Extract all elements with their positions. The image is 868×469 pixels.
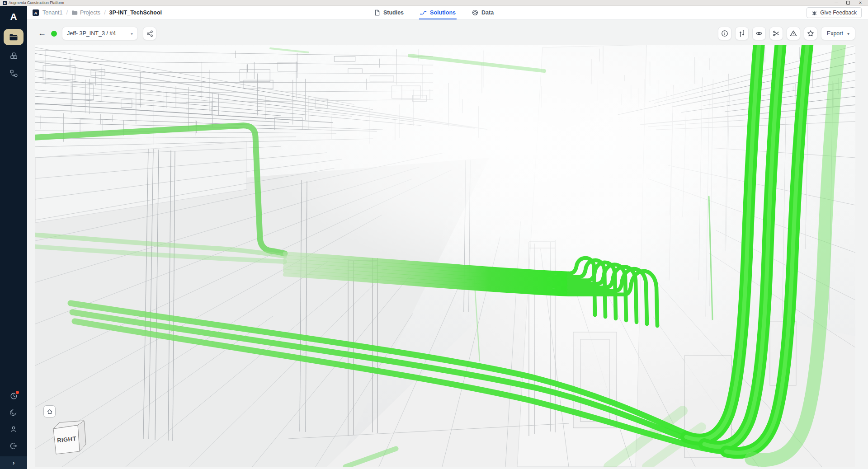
tab-studies-label: Studies (383, 9, 404, 16)
back-button[interactable]: ← (38, 29, 46, 38)
sidebar-item-workflow[interactable] (4, 66, 24, 80)
breadcrumb-separator: / (104, 9, 105, 16)
scissors-icon (773, 30, 780, 37)
model-scene[interactable] (35, 45, 855, 467)
status-dot (51, 31, 57, 37)
tab-solutions[interactable]: Solutions (419, 6, 457, 19)
visibility-button[interactable] (752, 27, 766, 40)
chevron-right-icon: › (13, 459, 15, 466)
breadcrumb-project-name: 3P-INT_TechSchool (109, 9, 162, 16)
solution-select[interactable]: Jeff- 3P_INT_3 / #4 ▾ (62, 27, 138, 40)
sidebar: A › (0, 6, 27, 469)
maximize-button[interactable] (846, 0, 850, 5)
sidebar-item-logout[interactable] (9, 441, 19, 451)
share-icon (146, 30, 153, 37)
3d-viewport[interactable]: RIGHT (35, 45, 855, 467)
export-label: Export (827, 30, 843, 37)
tab-studies[interactable]: Studies (373, 6, 405, 19)
data-icon (472, 9, 478, 16)
toolbar-right: Export ▾ (718, 27, 855, 40)
sidebar-item-blocks[interactable] (4, 48, 24, 63)
notification-badge (15, 390, 20, 395)
warnings-button[interactable] (787, 27, 800, 40)
give-feedback-label: Give Feedback (820, 9, 857, 16)
solution-name: Jeff- 3P_INT_3 / #4 (67, 30, 116, 37)
top-navbar: A Tenant1 / Projects / 3P-INT_TechSchool… (0, 6, 868, 20)
folder-icon (9, 33, 18, 41)
main-tabs: Studies Solutions Data (373, 6, 495, 19)
sidebar-item-activity[interactable] (9, 391, 19, 401)
info-button[interactable] (718, 27, 731, 40)
solutions-icon (420, 10, 427, 16)
sidebar-bottom (9, 391, 19, 456)
star-icon (807, 30, 814, 37)
sidebar-item-account[interactable] (9, 424, 19, 434)
warning-triangle-icon (790, 30, 797, 37)
swap-arrows-icon (738, 30, 745, 37)
view-cube[interactable]: RIGHT (47, 417, 90, 460)
share-button[interactable] (143, 27, 156, 40)
bug-icon (811, 10, 817, 16)
breadcrumb-separator: / (66, 9, 67, 16)
tab-solutions-label: Solutions (430, 9, 456, 16)
minimize-button[interactable] (834, 0, 838, 5)
logout-icon (9, 442, 18, 450)
sidebar-item-projects[interactable] (4, 29, 24, 45)
breadcrumb: A Tenant1 / Projects / 3P-INT_TechSchool (33, 6, 162, 19)
workflow-icon (9, 69, 18, 78)
breadcrumb-projects-label: Projects (80, 9, 100, 16)
section-cut-button[interactable] (769, 27, 783, 40)
app-window: A Augmenta Construction Platform ✕ A Ten… (0, 0, 868, 469)
tab-data[interactable]: Data (471, 6, 495, 19)
tab-data-label: Data (481, 9, 494, 16)
eye-icon (755, 30, 763, 37)
user-icon (9, 425, 18, 433)
toolbar-left: ← Jeff- 3P_INT_3 / #4 ▾ (38, 27, 156, 40)
sidebar-logo: A (10, 12, 17, 21)
breadcrumb-tenant[interactable]: Tenant1 (42, 9, 62, 16)
breadcrumb-projects[interactable]: Projects (71, 9, 100, 16)
solution-toolbar: ← Jeff- 3P_INT_3 / #4 ▾ (38, 26, 855, 41)
app-icon: A (3, 1, 7, 5)
sidebar-expand-button[interactable]: › (0, 456, 27, 469)
chevron-down-icon: ▾ (847, 31, 849, 36)
home-icon (47, 408, 53, 415)
home-view-button[interactable] (43, 405, 56, 417)
moon-icon (9, 408, 18, 417)
favorite-button[interactable] (804, 27, 817, 40)
window-controls: ✕ (834, 0, 865, 5)
studies-icon (374, 9, 380, 16)
blocks-icon (9, 52, 18, 60)
close-button[interactable]: ✕ (858, 0, 863, 5)
window-titlebar: A Augmenta Construction Platform ✕ (0, 0, 868, 6)
folder-icon (71, 10, 78, 15)
compare-button[interactable] (735, 27, 749, 40)
give-feedback-button[interactable]: Give Feedback (807, 7, 862, 18)
info-icon (721, 30, 728, 37)
window-title: Augmenta Construction Platform (9, 0, 64, 5)
tenant-logo-icon: A (33, 9, 39, 16)
chevron-down-icon: ▾ (131, 31, 133, 36)
export-button[interactable]: Export ▾ (821, 27, 855, 40)
sidebar-item-dark-mode[interactable] (9, 408, 19, 417)
